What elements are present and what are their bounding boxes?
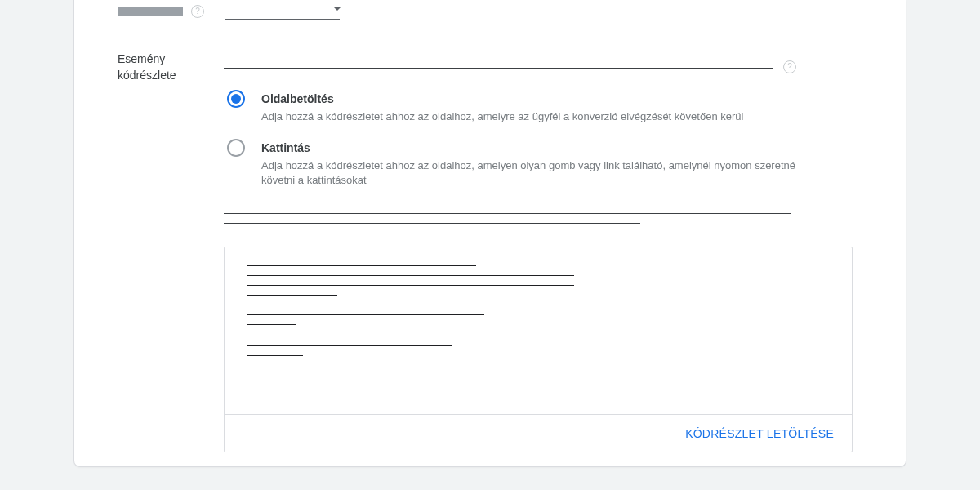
code-snippet-body[interactable] bbox=[225, 247, 852, 414]
prior-setting-row: ? bbox=[74, 3, 906, 20]
redacted-label bbox=[118, 7, 183, 16]
redacted-text-line bbox=[224, 68, 773, 69]
option-description: Adja hozzá a kódrészletet ahhoz az oldal… bbox=[261, 158, 825, 188]
download-snippet-button[interactable]: KÓDRÉSZLET LETÖLTÉSE bbox=[685, 427, 834, 440]
redacted-paragraph bbox=[224, 203, 853, 224]
help-icon[interactable]: ? bbox=[783, 60, 796, 74]
option-page-load[interactable]: Oldalbetöltés Adja hozzá a kódrészletet … bbox=[224, 90, 853, 124]
tag-trigger-options: Oldalbetöltés Adja hozzá a kódrészletet … bbox=[224, 90, 853, 188]
settings-card: ? Esemény kódrészlete ? Oldalbetöltés bbox=[74, 0, 906, 467]
help-icon[interactable]: ? bbox=[191, 5, 204, 18]
section-label: Esemény kódrészlete bbox=[118, 51, 224, 83]
dropdown-select[interactable] bbox=[225, 3, 340, 20]
option-title: Kattintás bbox=[261, 139, 825, 157]
code-snippet-card: KÓDRÉSZLET LETÖLTÉSE bbox=[224, 247, 853, 452]
radio-page-load[interactable] bbox=[227, 90, 245, 108]
option-title: Oldalbetöltés bbox=[261, 90, 743, 108]
chevron-down-icon bbox=[333, 7, 341, 11]
option-description: Adja hozzá a kódrészletet ahhoz az oldal… bbox=[261, 109, 743, 124]
radio-click[interactable] bbox=[227, 139, 245, 157]
option-click[interactable]: Kattintás Adja hozzá a kódrészletet ahho… bbox=[224, 139, 853, 188]
